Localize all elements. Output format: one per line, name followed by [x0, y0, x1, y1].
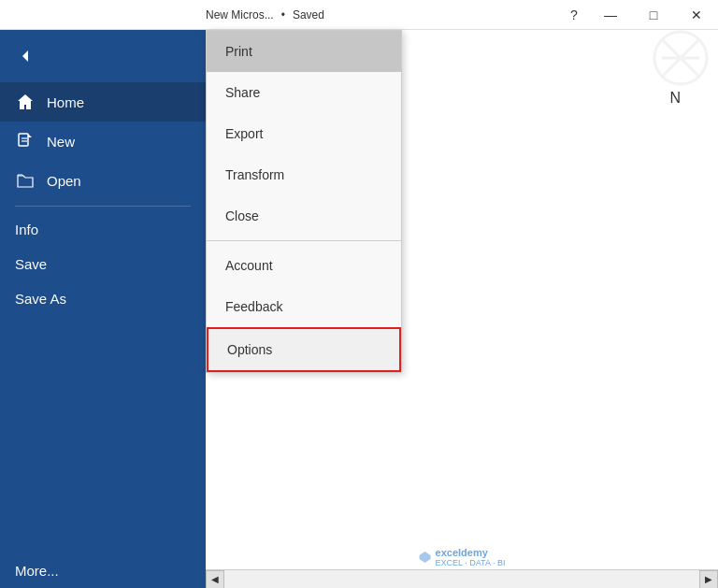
title-text: New Micros...: [206, 8, 274, 22]
help-button[interactable]: ?: [559, 0, 589, 30]
title-bar-left: New Micros... • Saved: [206, 8, 324, 22]
title-bar-right: ? — □ ✕: [559, 0, 718, 30]
doc-line-2: N: [669, 90, 681, 107]
dropdown-item-account[interactable]: Account: [207, 245, 401, 286]
sidebar-item-open[interactable]: Open: [0, 161, 206, 200]
dropdown-item-print[interactable]: Print: [207, 31, 401, 72]
scroll-right-button[interactable]: ▶: [699, 570, 718, 589]
sidebar-item-save[interactable]: Save: [0, 247, 206, 281]
sidebar-item-new[interactable]: New: [0, 122, 206, 161]
sidebar-item-info[interactable]: Info: [0, 212, 206, 247]
dropdown-item-close[interactable]: Close: [207, 195, 401, 237]
scroll-track[interactable]: [224, 570, 699, 588]
sidebar-item-home[interactable]: Home: [0, 82, 206, 122]
close-button[interactable]: ✕: [675, 0, 718, 30]
sidebar-item-save-as[interactable]: Save As: [0, 281, 206, 316]
nav-divider: [15, 206, 191, 207]
watermark-logo: [606, 30, 718, 105]
dropdown-item-export[interactable]: Export: [207, 113, 401, 154]
title-saved: Saved: [293, 8, 324, 22]
svg-rect-0: [19, 134, 28, 146]
dropdown-item-transform[interactable]: Transform: [207, 154, 401, 195]
sidebar-item-new-label: New: [47, 134, 75, 150]
main-layout: Home New Open: [0, 30, 718, 588]
sidebar-item-home-label: Home: [47, 94, 84, 110]
title-bar: New Micros... • Saved ? — □ ✕: [0, 0, 718, 30]
back-icon: [17, 47, 36, 65]
minimize-button[interactable]: —: [589, 0, 632, 30]
open-icon: [15, 170, 36, 191]
dropdown-item-options[interactable]: Options: [207, 327, 401, 372]
dropdown-menu: Print Share Export Transform Close Accou…: [206, 30, 402, 373]
new-icon: [15, 131, 36, 151]
restore-button[interactable]: □: [632, 0, 675, 30]
back-button[interactable]: [4, 34, 49, 79]
home-icon: [15, 92, 36, 112]
title-dot: •: [281, 8, 285, 22]
svg-marker-7: [420, 552, 431, 563]
sidebar: Home New Open: [0, 30, 206, 588]
sidebar-item-open-label: Open: [47, 173, 81, 189]
exceldemy-watermark: exceldemy EXCEL · DATA · BI: [419, 547, 506, 567]
dropdown-item-feedback[interactable]: Feedback: [207, 286, 401, 327]
exceldemy-icon: [419, 551, 432, 564]
sidebar-item-more[interactable]: More...: [0, 553, 206, 588]
exceldemy-label: exceldemy EXCEL · DATA · BI: [436, 547, 506, 567]
scroll-left-button[interactable]: ◀: [206, 570, 224, 589]
dropdown-divider: [207, 240, 401, 241]
bottom-scrollbar[interactable]: ◀ ▶: [206, 569, 718, 588]
dropdown-item-share[interactable]: Share: [207, 72, 401, 113]
